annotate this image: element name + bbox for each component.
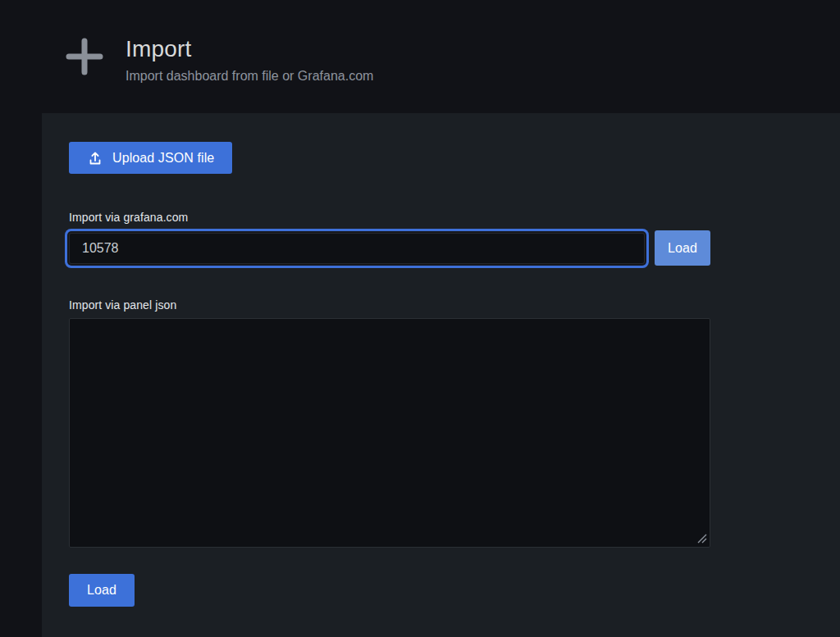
import-panel: Upload JSON file Import via grafana.com …	[42, 113, 840, 637]
gcom-import-label: Import via grafana.com	[69, 211, 840, 224]
resize-grip-icon[interactable]	[697, 534, 707, 544]
upload-json-file-button-label: Upload JSON file	[112, 151, 214, 166]
gcom-load-button[interactable]: Load	[655, 230, 710, 266]
gcom-input-row: Load	[69, 230, 710, 266]
panel-json-textarea[interactable]	[69, 318, 710, 548]
page-subtitle: Import dashboard from file or Grafana.co…	[126, 69, 373, 84]
page-title: Import	[126, 35, 373, 63]
header-titles: Import Import dashboard from file or Gra…	[126, 35, 373, 84]
import-page: Import Import dashboard from file or Gra…	[0, 0, 840, 637]
panel-json-load-button[interactable]: Load	[69, 574, 135, 607]
gcom-import-section: Import via grafana.com Load	[69, 211, 840, 266]
gcom-dashboard-input[interactable]	[69, 233, 645, 264]
panel-json-textarea-wrap	[69, 318, 710, 548]
page-header: Import Import dashboard from file or Gra…	[0, 0, 840, 113]
panel-json-section: Import via panel json	[69, 298, 840, 548]
panel-json-label: Import via panel json	[69, 298, 840, 312]
upload-json-file-button[interactable]: Upload JSON file	[69, 142, 232, 174]
upload-icon	[87, 150, 103, 166]
plus-icon	[62, 35, 107, 81]
